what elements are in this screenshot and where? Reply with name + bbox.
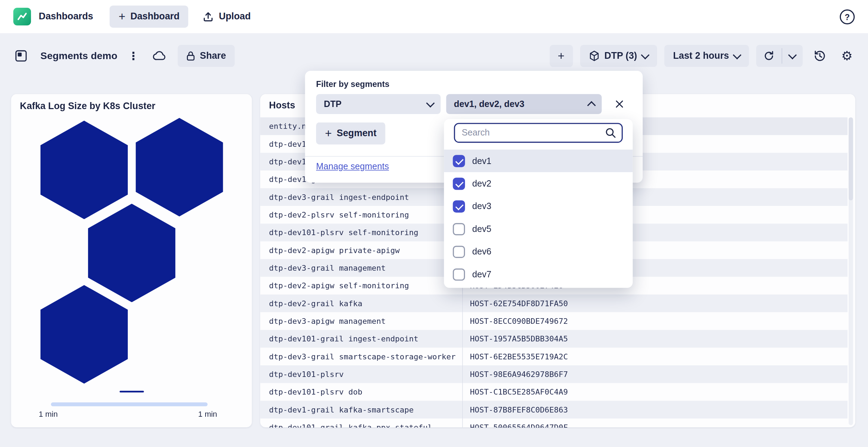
segment-select[interactable]: DTP	[316, 94, 441, 114]
checkbox-icon[interactable]	[453, 177, 465, 190]
table-row[interactable]: dtp-dev2-grail kafkaHOST-62E754DF8D71FA5…	[260, 295, 848, 312]
legend-min-label: 1 min	[39, 410, 58, 418]
entity-cell: dtp-dev2-apigw self-monitoring	[260, 277, 462, 294]
segment-values-dropdown: dev1 dev2 dev3 dev5 dev6 dev7	[444, 119, 633, 288]
segment-option-dev5[interactable]: dev5	[444, 218, 633, 240]
honeycomb-hexagon[interactable]	[40, 285, 128, 384]
manage-segments-link[interactable]: Manage segments	[316, 162, 389, 171]
honeycomb-hexagon[interactable]	[40, 121, 128, 219]
segment-option-dev1[interactable]: dev1	[444, 150, 633, 172]
nav-dashboards-label[interactable]: Dashboards	[39, 11, 93, 22]
search-input[interactable]	[454, 123, 623, 143]
table-row[interactable]: dtp-dev1-grail kafka-smartscapeHOST-87B8…	[260, 401, 848, 418]
timeframe-label: Last 2 hours	[673, 50, 729, 61]
upload-icon	[203, 11, 214, 22]
plus-icon: +	[558, 50, 565, 61]
segment-option-dev6[interactable]: dev6	[444, 240, 633, 263]
timeframe-button[interactable]: Last 2 hours	[664, 45, 749, 67]
history-icon[interactable]	[810, 46, 830, 66]
dashboard-app: Dashboards + Dashboard Upload ?	[0, 0, 868, 447]
honeycomb-hexagon[interactable]	[136, 118, 223, 216]
plus-icon: +	[325, 127, 332, 139]
table-row[interactable]: dtp-dev101-grail ingest-endpointHOST-195…	[260, 330, 848, 347]
help-glyph: ?	[845, 12, 850, 21]
honeycomb-hexagon[interactable]	[88, 204, 175, 302]
segment-option-dev7[interactable]: dev7	[444, 263, 633, 285]
search-field	[454, 123, 623, 143]
dashboard-toolbar: Segments demo ⋮ Share +	[11, 43, 857, 69]
host-id-cell: HOST-1957A5B5DBB304A5	[462, 330, 848, 347]
entity-cell: dtp-dev101-plsrv	[260, 365, 462, 383]
upload-label: Upload	[219, 11, 251, 22]
option-label: dev2	[472, 178, 492, 188]
host-id-cell: HOST-62E754DF8D71FA50	[462, 295, 848, 312]
entity-cell: dtp-dev101-plsrv dob	[260, 383, 462, 401]
open-dashboard-icon[interactable]	[11, 46, 31, 66]
upload-button[interactable]: Upload	[196, 6, 257, 28]
entity-cell: dtp-dev101-grail ingest-endpoint	[260, 330, 462, 347]
scrollbar-thumb[interactable]	[849, 117, 853, 200]
refresh-options-button[interactable]	[782, 45, 803, 67]
checkbox-icon[interactable]	[453, 200, 465, 213]
close-icon	[615, 100, 624, 108]
kafka-card-title: Kafka Log Size by K8s Cluster	[20, 101, 156, 112]
entity-cell: dtp-dev3-grail smartscape-storage-worker	[260, 348, 462, 365]
chevron-down-icon	[641, 50, 649, 59]
host-id-cell: HOST-6E2BE5535E719A2C	[462, 348, 848, 365]
add-segment-button[interactable]: + Segment	[316, 122, 385, 145]
nav-right: ?	[840, 9, 855, 24]
more-options-icon[interactable]: ⋮	[126, 49, 141, 63]
table-scrollbar	[849, 117, 853, 425]
app-logo-icon[interactable]	[13, 8, 31, 25]
entity-cell: dtp-dev1-grail kafka-smartscape	[260, 401, 462, 418]
host-id-cell: HOST-C1BC5E285AF0C4A9	[462, 383, 848, 401]
checkbox-icon[interactable]	[453, 155, 465, 167]
toolbar-right: + DTP (3) Last 2 hours	[549, 45, 857, 67]
new-dashboard-label: Dashboard	[130, 11, 180, 22]
nav-left: Dashboards + Dashboard Upload	[13, 6, 257, 28]
chevron-down-icon	[733, 50, 741, 59]
cube-icon	[589, 50, 599, 61]
gear-glyph: ⚙	[841, 50, 853, 62]
option-label: dev5	[472, 224, 492, 234]
remove-segment-button[interactable]	[607, 94, 631, 114]
segment-options-list: dev1 dev2 dev3 dev5 dev6 dev7	[444, 150, 633, 286]
segment-values-select[interactable]: dev1, dev2, dev3	[446, 94, 602, 114]
entity-cell: dtp-dev101-grail kafka-ppx-stateful	[260, 418, 462, 427]
refresh-button-group	[756, 45, 803, 67]
entity-cell: dtp-dev3-grail management	[260, 259, 462, 277]
segment-select-value: DTP	[324, 99, 341, 109]
dashboard-title: Segments demo	[40, 50, 118, 62]
table-row[interactable]: dtp-dev3-apigw managementHOST-8ECC090BDE…	[260, 312, 848, 330]
host-id-cell: HOST-98E6A9462978B6F7	[462, 365, 848, 383]
option-label: dev1	[472, 156, 492, 166]
table-row[interactable]: dtp-dev101-plsrvHOST-98E6A9462978B6F7	[260, 365, 848, 383]
lock-icon	[187, 51, 195, 61]
plus-icon: +	[119, 10, 125, 22]
entity-cell: dtp-dev3-grail ingest-endpoint	[260, 188, 462, 206]
top-nav: Dashboards + Dashboard Upload ?	[0, 0, 868, 33]
add-tile-button[interactable]: +	[549, 45, 573, 67]
table-row[interactable]: dtp-dev101-plsrv dobHOST-C1BC5E285AF0C4A…	[260, 383, 848, 401]
segment-option-dev2[interactable]: dev2	[444, 172, 633, 195]
legend-line	[120, 391, 144, 392]
table-row[interactable]: dtp-dev101-grail kafka-ppx-statefulHOST-…	[260, 418, 848, 427]
chevron-up-icon	[587, 101, 596, 109]
segments-filter-button[interactable]: DTP (3)	[580, 45, 657, 67]
checkbox-icon[interactable]	[453, 223, 465, 235]
add-segment-label: Segment	[337, 128, 377, 139]
share-button[interactable]: Share	[178, 45, 235, 67]
segment-option-dev3[interactable]: dev3	[444, 195, 633, 218]
refresh-button[interactable]	[756, 45, 781, 67]
checkbox-icon[interactable]	[453, 268, 465, 281]
cloud-sync-icon[interactable]	[150, 46, 170, 66]
settings-gear-icon[interactable]: ⚙	[837, 46, 857, 66]
host-id-cell: HOST-87B8FEF8C0D6E863	[462, 401, 848, 418]
help-icon[interactable]: ?	[840, 9, 855, 24]
option-label: dev7	[472, 269, 492, 279]
table-row[interactable]: dtp-dev3-grail smartscape-storage-worker…	[260, 348, 848, 365]
kafka-card: Kafka Log Size by K8s Cluster 1 min 1 mi…	[11, 94, 252, 427]
checkbox-icon[interactable]	[453, 245, 465, 258]
search-icon	[604, 127, 617, 139]
new-dashboard-button[interactable]: + Dashboard	[110, 6, 188, 28]
